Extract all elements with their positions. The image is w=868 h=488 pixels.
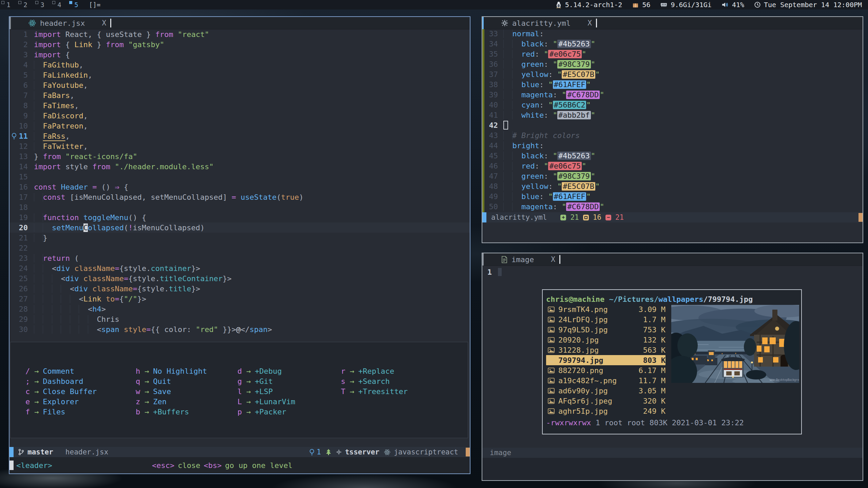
git-branch-name[interactable]: master [27, 448, 53, 456]
line-number: 49 [482, 192, 498, 201]
color-swatch: #61AFEF [553, 80, 586, 89]
file-manager-popup: chris@machine ~/Pictures/wallpapers/7997… [542, 289, 802, 434]
tab-header-jsx[interactable]: header.jsx X [28, 19, 106, 27]
image-file-icon [546, 307, 556, 312]
whichkey-binding-f[interactable]: f→Files [25, 407, 136, 417]
file-row-aghr5Ip.jpg[interactable]: aghr5Ip.jpg249 K [546, 406, 666, 416]
code-text: blue: "#61AFEF" [503, 80, 591, 89]
file-row-31228.jpg[interactable]: 31228.jpg563 K [546, 345, 666, 355]
path-dir: wallpapers [658, 295, 703, 304]
line-number: 16 [18, 183, 28, 191]
file-row-20920.jpg[interactable]: 20920.jpg132 K [546, 335, 666, 345]
code-line-3: 3import { [9, 50, 470, 60]
arrow-icon: → [144, 387, 149, 396]
code-line-29: 29 Chris [9, 314, 470, 324]
image-file-icon [546, 327, 556, 333]
code-buffer[interactable]: 1import React, { useState } from "react"… [9, 29, 470, 334]
arrow-icon: → [34, 408, 39, 416]
tab-image[interactable]: image X [501, 255, 555, 264]
tag-indicator-square [52, 1, 55, 4]
tabline-cursor [559, 255, 560, 264]
whichkey-binding-h[interactable]: h→No Highlight [136, 366, 237, 376]
color-swatch: #E5C07B [562, 70, 595, 79]
line-number: 34 [482, 40, 498, 48]
file-row-97q9L5D.jpg[interactable]: 97q9L5D.jpg753 K [546, 325, 666, 335]
whichkey-binding-L[interactable]: L→+LunarVim [237, 396, 341, 407]
whichkey-binding-e[interactable]: e→Explorer [25, 396, 136, 407]
system-status: 5.14.2-arch1-2569.6Gi/31Gi41%Tue Septemb… [556, 1, 868, 9]
file-row-24LrDFQ.jpg[interactable]: 24LrDFQ.jpg1.7 M [546, 314, 666, 325]
treesitter-icon [326, 449, 331, 455]
whichkey-binding-r[interactable]: r→+Replace [341, 366, 468, 376]
whichkey-binding-s[interactable]: s→+Search [341, 376, 468, 386]
code-line-44: 44 bright: [482, 140, 863, 151]
whichkey-binding-d[interactable]: d→+Debug [237, 366, 341, 376]
file-row-799794.jpg[interactable]: 799794.jpg803 K [546, 355, 666, 365]
diagnostic-count[interactable]: 1 [309, 448, 321, 456]
workspace-tag-1[interactable]: 1 [0, 0, 17, 9]
tab-alacritty-yml[interactable]: alacritty.yml X [501, 19, 592, 27]
file-row-AFq5r6j.jpeg[interactable]: AFq5r6j.jpeg320 K [546, 396, 666, 406]
whichkey-binding-w[interactable]: w→Save [136, 386, 237, 396]
file-row-9rsmTK4.png[interactable]: 9rsmTK4.png3.09 M [546, 304, 666, 314]
bs-key-hint: <bs> [204, 461, 221, 470]
whichkey-binding-z[interactable]: z→Zen [136, 396, 237, 407]
line-number: 28 [18, 305, 28, 313]
code-buffer[interactable]: 33 normal:34 black: "#4b5263"35 red: "#e… [482, 28, 863, 212]
cmdline-block [9, 461, 14, 470]
workspace-tag-3[interactable]: 3 [34, 0, 51, 9]
code-line-8: 8 FaTimes, [9, 100, 470, 111]
line-number: 17 [18, 193, 28, 201]
bs-label: go up one level [225, 461, 292, 470]
code-text: magenta: "#C678DD" [503, 202, 604, 211]
whichkey-binding-/[interactable]: /→Comment [25, 366, 136, 376]
git-modified-count: 16 [593, 213, 601, 221]
whichkey-binding-b[interactable]: b→+Buffers [136, 407, 237, 417]
file-row-ad6v90y.jpg[interactable]: ad6v90y.jpg3.05 M [546, 386, 666, 396]
arrow-icon: → [144, 397, 149, 406]
tab-close-button[interactable]: X [551, 255, 555, 263]
code-text: <div className={style.container}> [34, 264, 200, 273]
code-line-1: 1import React, { useState } from "react" [9, 29, 470, 39]
filetype-indicator: javascriptreact [384, 448, 458, 456]
terminal-title: image [490, 449, 511, 457]
file-details: -rwxrwxrwx 1 root root 803K 2021-03-01 2… [546, 417, 801, 428]
layout-indicator[interactable]: []= [89, 1, 100, 8]
file-row-a19c482f~.png[interactable]: a19c482f~.png11.7 M [546, 375, 666, 386]
status-item: 5.14.2-arch1-2 [556, 1, 622, 9]
code-text: <div className={style.title}> [34, 285, 200, 293]
memory-icon [660, 2, 667, 7]
code-text: black: "#4b5263" [503, 40, 595, 48]
code-line-2: 2import { Link } from "gatsby" [9, 39, 470, 50]
whichkey-column: r→+Replaces→+SearchT→+Treesitter [341, 366, 468, 438]
git-stats: +21 16 −21 [560, 213, 624, 221]
terminal-window-image: image X 1 chris@machine ~/Pictures/wallp… [482, 253, 863, 481]
image-tabline: image X [482, 253, 863, 266]
whichkey-binding-l[interactable]: l→+LSP [237, 386, 341, 396]
workspace-tag-5[interactable]: 5 [68, 0, 85, 9]
tabline-cursor [110, 19, 111, 27]
line-number: 30 [18, 325, 28, 334]
image-file-icon [546, 378, 556, 384]
code-text: yellow: "#E5C07B" [503, 182, 600, 191]
line-number: 21 [18, 234, 28, 242]
code-text: green: "#98C379" [503, 172, 595, 180]
code-line-14: 14import style from "./header.module.les… [9, 161, 470, 172]
permissions: -rwxrwxrwx [546, 418, 591, 427]
arrow-icon: → [144, 367, 149, 375]
code-line-39: 39 magenta: "#C678DD" [482, 90, 863, 100]
code-line-49: 49 blue: "#61AFEF" [482, 191, 863, 201]
line-number: 41 [482, 111, 498, 119]
whichkey-binding-T[interactable]: T→+Treesitter [341, 386, 468, 396]
whichkey-binding-p[interactable]: p→+Packer [237, 407, 341, 417]
tab-close-button[interactable]: X [587, 19, 592, 27]
workspace-tag-2[interactable]: 2 [17, 0, 34, 9]
workspace-tag-4[interactable]: 4 [51, 0, 68, 9]
whichkey-binding-;[interactable]: ;→Dashboard [25, 376, 136, 386]
file-row-882720.png[interactable]: 882720.png6.17 M [546, 365, 666, 375]
lightbulb-sign [9, 133, 18, 140]
whichkey-binding-c[interactable]: c→Close Buffer [25, 386, 136, 396]
whichkey-binding-q[interactable]: q→Quit [136, 376, 237, 386]
tab-close-button[interactable]: X [102, 19, 106, 27]
whichkey-binding-g[interactable]: g→+Git [237, 376, 341, 386]
